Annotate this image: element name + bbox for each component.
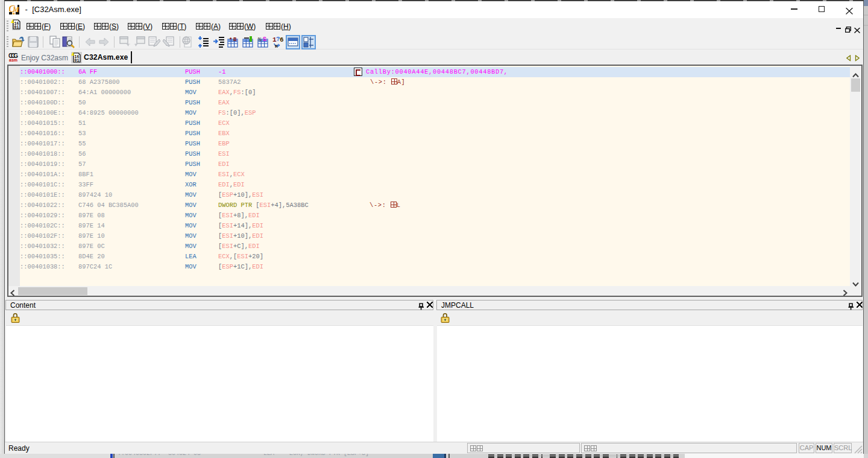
svg-text:*: * xyxy=(229,37,232,43)
svg-text:01: 01 xyxy=(14,25,19,30)
svg-text:S: S xyxy=(263,36,266,43)
svg-text:B: B xyxy=(233,37,237,43)
svg-text:asm: asm xyxy=(9,58,17,62)
svg-text:6: 6 xyxy=(280,36,284,43)
svg-text:M: M xyxy=(12,5,19,14)
svg-text:H: H xyxy=(275,43,278,48)
svg-text:01: 01 xyxy=(75,59,80,63)
svg-text:%: % xyxy=(258,37,262,43)
